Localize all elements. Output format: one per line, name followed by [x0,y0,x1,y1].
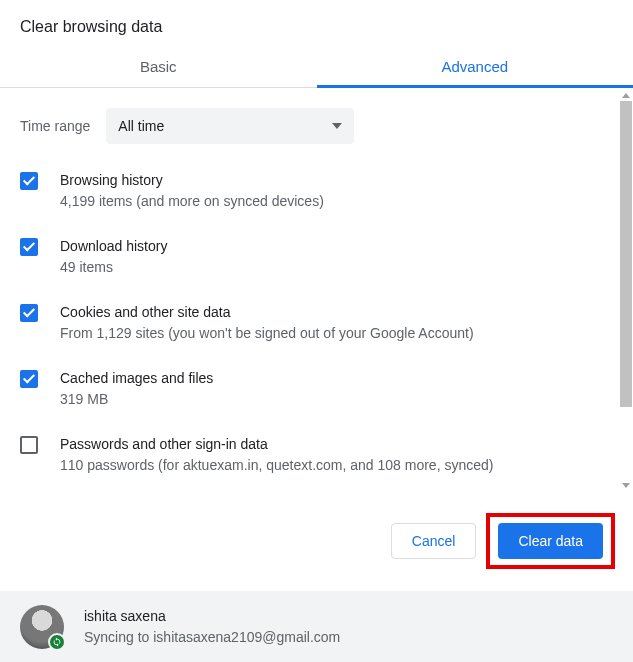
tab-basic[interactable]: Basic [0,46,317,87]
option-row: Cookies and other site dataFrom 1,129 si… [20,302,609,344]
option-texts: Cookies and other site dataFrom 1,129 si… [60,302,474,344]
sync-icon [48,633,66,651]
option-texts: Download history49 items [60,236,167,278]
option-desc: 110 passwords (for aktuexam.in, quetext.… [60,455,493,476]
time-range-row: Time range All time [20,108,609,144]
avatar-wrap [20,605,64,649]
option-texts: Cached images and files319 MB [60,368,213,410]
option-title: Cached images and files [60,368,213,389]
checkbox[interactable] [20,436,38,454]
time-range-label: Time range [20,118,90,134]
option-title: Browsing history [60,170,324,191]
option-desc: 319 MB [60,389,213,410]
tab-advanced[interactable]: Advanced [317,46,634,87]
content-area: Time range All time Browsing history4,19… [0,88,633,491]
option-texts: Browsing history4,199 items (and more on… [60,170,324,212]
option-row: Browsing history4,199 items (and more on… [20,170,609,212]
scroll-up-icon[interactable] [622,93,630,98]
tabs: Basic Advanced [0,46,633,88]
scroll-down-icon[interactable] [622,483,630,488]
option-title: Download history [60,236,167,257]
checkbox[interactable] [20,172,38,190]
profile-section: ishita saxena Syncing to ishitasaxena210… [0,591,633,662]
checkbox[interactable] [20,370,38,388]
option-row: Cached images and files319 MB [20,368,609,410]
scrollbar[interactable] [619,93,633,493]
chevron-down-icon [332,123,342,129]
clear-data-highlight: Clear data [486,513,615,569]
profile-name: ishita saxena [84,606,340,627]
option-title: Passwords and other sign-in data [60,434,493,455]
option-row: Download history49 items [20,236,609,278]
profile-texts: ishita saxena Syncing to ishitasaxena210… [84,606,340,648]
time-range-select[interactable]: All time [106,108,354,144]
checkbox[interactable] [20,304,38,322]
option-title: Cookies and other site data [60,302,474,323]
time-range-value: All time [118,118,164,134]
cancel-button[interactable]: Cancel [391,523,477,559]
clear-data-button[interactable]: Clear data [498,523,603,559]
profile-status: Syncing to ishitasaxena2109@gmail.com [84,627,340,648]
dialog-footer: Cancel Clear data [0,491,633,591]
scrollbar-thumb[interactable] [620,101,632,407]
option-desc: 4,199 items (and more on synced devices) [60,191,324,212]
option-row: Passwords and other sign-in data110 pass… [20,434,609,476]
dialog-title: Clear browsing data [0,0,633,46]
option-desc: 49 items [60,257,167,278]
checkbox[interactable] [20,238,38,256]
option-texts: Passwords and other sign-in data110 pass… [60,434,493,476]
option-desc: From 1,129 sites (you won't be signed ou… [60,323,474,344]
